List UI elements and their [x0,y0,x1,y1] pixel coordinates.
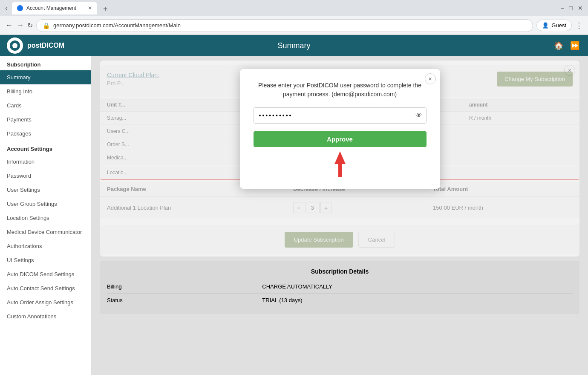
browser-titlebar: ‹ Account Management ✕ + − □ ✕ [0,0,588,16]
account-section-title: Account Settings [0,141,91,155]
sidebar-item-billing-info[interactable]: Billing Info [0,84,91,98]
nav-forward-btn[interactable]: → [16,21,24,30]
home-icon[interactable]: 🏠 [554,41,563,50]
sub-details-title: Subscription Details [107,268,573,275]
sidebar-item-location-settings[interactable]: Location Settings [0,211,91,225]
tab-back-btn[interactable]: ‹ [5,4,8,13]
sidebar-item-user-group-settings[interactable]: User Group Settings [0,197,91,211]
svg-rect-1 [338,163,342,177]
window-controls: − □ ✕ [560,5,583,12]
change-modal-close-btn[interactable]: × [564,65,575,76]
red-arrow-svg [334,151,346,177]
billing-value: CHARGE AUTOMATICALLY [262,283,573,290]
password-modal-overlay: × × Please enter your PostDICOM user pas… [92,56,588,375]
sidebar-item-auto-contact[interactable]: Auto Contact Send Settings [0,281,91,295]
sidebar-item-packages[interactable]: Packages [0,127,91,141]
minimize-btn[interactable]: − [560,5,564,12]
address-bar[interactable]: 🔒 germany.postdicom.com/AccountManagemen… [36,19,533,32]
main-layout: Subscription Summary Billing Info Cards … [0,56,588,375]
billing-label: Billing [107,283,262,290]
sidebar-item-auto-dicom[interactable]: Auto DICOM Send Settings [0,267,91,281]
status-value: TRIAL (13 days) [262,297,573,303]
approve-btn[interactable]: Approve [254,131,427,147]
sidebar-item-auto-order[interactable]: Auto Order Assign Settings [0,295,91,309]
header-logo: postDICOM [7,38,64,54]
sidebar-item-password[interactable]: Password [0,169,91,183]
sidebar-item-information[interactable]: Information [0,155,91,169]
guest-icon: 👤 [542,22,549,29]
password-input[interactable] [254,107,427,124]
sidebar-item-cards[interactable]: Cards [0,98,91,112]
sidebar-item-payments[interactable]: Payments [0,112,91,127]
lock-icon: 🔒 [43,22,50,29]
sub-details: Subscription Details Billing CHARGE AUTO… [100,261,579,314]
sidebar-item-medical-device[interactable]: Medical Device Communicator [0,225,91,239]
tab-title: Account Management [26,5,76,11]
maximize-btn[interactable]: □ [569,5,573,12]
page-title: Summary [277,41,310,50]
svg-marker-0 [334,151,346,164]
sidebar-item-user-settings[interactable]: User Settings [0,183,91,197]
logo-text: postDICOM [27,42,64,49]
sidebar-item-custom-annotations[interactable]: Custom Annotations [0,309,91,323]
pwd-modal-message: Please enter your PostDICOM user passwor… [254,81,427,99]
tab-bar: Account Management ✕ + [12,2,556,14]
subscription-section-title: Subscription [0,56,91,70]
header-icons: 🏠 ⏩ [554,41,579,50]
sidebar-item-summary[interactable]: Summary [0,70,91,84]
url-text: germany.postdicom.com/AccountManagement/… [53,22,181,29]
status-label: Status [107,297,262,303]
nav-back-btn[interactable]: ← [5,21,13,30]
new-tab-btn[interactable]: + [99,3,112,14]
active-tab[interactable]: Account Management ✕ [12,2,97,14]
sidebar: Subscription Summary Billing Info Cards … [0,56,92,375]
menu-icon[interactable]: ⋮ [575,21,583,30]
password-modal: × Please enter your PostDICOM user passw… [240,69,440,189]
arrow-indicator [254,151,427,177]
tab-close-icon[interactable]: ✕ [88,5,92,11]
guest-label: Guest [551,22,566,29]
pwd-input-wrap: 👁 [254,107,427,124]
sidebar-item-authorizations[interactable]: Authorizations [0,239,91,253]
nav-refresh-btn[interactable]: ↻ [27,21,33,29]
close-btn[interactable]: ✕ [578,5,583,12]
guest-btn[interactable]: 👤 Guest [536,20,572,31]
exit-icon[interactable]: ⏩ [570,41,579,50]
content-area: Current Cloud Plan: Pro P... Change My S… [92,56,588,375]
app-container: postDICOM Summary 🏠 ⏩ Subscription Summa… [0,35,588,375]
tab-favicon [17,5,23,11]
eye-icon[interactable]: 👁 [415,112,422,119]
app-header: postDICOM Summary 🏠 ⏩ [0,35,588,56]
sidebar-item-ui-settings[interactable]: UI Settings [0,253,91,267]
nav-bar: ← → ↻ 🔒 germany.postdicom.com/AccountMan… [0,16,588,35]
logo-emblem [7,38,23,54]
pwd-modal-close-btn[interactable]: × [425,73,436,84]
